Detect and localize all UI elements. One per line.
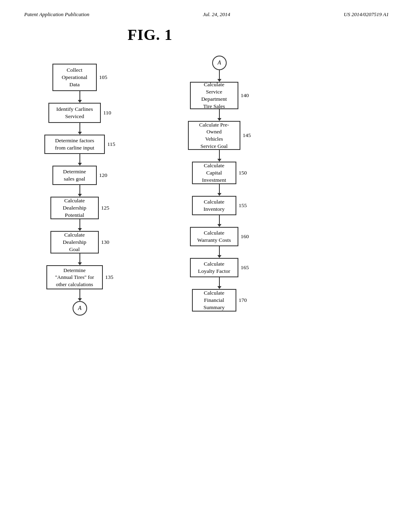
figure-title: FIG. 1: [0, 26, 413, 44]
step-110-row: Identify CarlinesServiced 110: [48, 103, 111, 123]
label-110: 110: [103, 110, 111, 116]
right-column: A CalculateServiceDepartmentTire Sales 1…: [188, 56, 251, 312]
step-150-row: CalculateCapitalInvestment 150: [192, 162, 247, 184]
box-determine-annual-tires: Determine"Annual Tires" forother calcula…: [46, 265, 103, 289]
page-header: Patent Application Publication Jul. 24, …: [0, 0, 413, 22]
step-130-row: CalculateDealershipGoal 130: [50, 231, 109, 254]
step-105-row: CollectOperationalData 105: [52, 64, 107, 91]
arrow-120-125: [78, 185, 82, 197]
step-135-row: Determine"Annual Tires" forother calcula…: [46, 265, 113, 289]
step-115-row: Determine factorsfrom carline input 115: [44, 135, 115, 154]
arrow-135-a: [78, 289, 82, 301]
box-determine-sales-goal: Determinesales goal: [52, 166, 97, 185]
arrow-125-130: [78, 219, 82, 231]
label-140: 140: [241, 92, 249, 99]
label-120: 120: [99, 172, 107, 179]
arrow-115-120: [78, 154, 82, 166]
header-right: US 2014/0207519 A1: [344, 11, 389, 18]
label-165: 165: [241, 264, 249, 271]
label-125: 125: [101, 205, 109, 211]
label-115: 115: [107, 141, 115, 148]
label-105: 105: [99, 74, 107, 81]
connector-a-top: A: [212, 56, 227, 70]
label-130: 130: [101, 239, 109, 245]
step-170-row: CalculateFinancialSummary 170: [192, 289, 247, 312]
arrow-110-115: [78, 123, 82, 135]
diagram-container: CollectOperationalData 105 Identify Carl…: [0, 48, 413, 332]
step-155-row: CalculateInventory 155: [192, 196, 247, 215]
arrow-105-110: [78, 91, 82, 103]
label-170: 170: [239, 297, 247, 303]
box-identify-carlines: Identify CarlinesServiced: [48, 103, 101, 123]
step-165-row: CalculateLoyalty Factor 165: [190, 258, 249, 277]
arrow-a-140: [217, 70, 221, 82]
box-calc-service-dept: CalculateServiceDepartmentTire Sales: [190, 82, 238, 109]
box-calc-dealership-goal: CalculateDealershipGoal: [50, 231, 99, 254]
box-calc-preowned-vehicles: Calculate Pre-OwnedVehiclesService Goal: [188, 121, 240, 150]
header-center: Jul. 24, 2014: [203, 11, 230, 18]
label-150: 150: [239, 170, 247, 176]
arrow-130-135: [78, 254, 82, 265]
box-calc-capital-investment: CalculateCapitalInvestment: [192, 162, 236, 184]
label-160: 160: [241, 233, 249, 240]
box-determine-factors: Determine factorsfrom carline input: [44, 135, 105, 154]
arrow-145-150: [217, 150, 221, 162]
arrow-140-145: [217, 109, 221, 121]
label-155: 155: [239, 202, 247, 209]
step-160-row: CalculateWarranty Costs 160: [190, 227, 249, 246]
step-120-row: Determinesales goal 120: [52, 166, 107, 185]
label-135: 135: [105, 274, 113, 281]
arrow-160-165: [217, 246, 221, 258]
step-140-row: CalculateServiceDepartmentTire Sales 140: [190, 82, 249, 109]
box-collect-operational: CollectOperationalData: [52, 64, 97, 91]
arrow-150-155: [217, 184, 221, 196]
box-calc-inventory: CalculateInventory: [192, 196, 236, 215]
label-145: 145: [243, 132, 251, 139]
connector-a-bottom: A: [73, 301, 87, 316]
box-calc-dealership-potential: CalculateDealershipPotential: [50, 197, 99, 219]
box-calc-financial-summary: CalculateFinancialSummary: [192, 289, 236, 312]
arrow-155-160: [217, 215, 221, 227]
arrow-165-170: [217, 277, 221, 289]
step-125-row: CalculateDealershipPotential 125: [50, 197, 109, 219]
box-calc-warranty-costs: CalculateWarranty Costs: [190, 227, 238, 246]
step-145-row: Calculate Pre-OwnedVehiclesService Goal …: [188, 121, 251, 150]
left-column: CollectOperationalData 105 Identify Carl…: [44, 64, 115, 316]
header-left: Patent Application Publication: [24, 11, 90, 18]
box-calc-loyalty-factor: CalculateLoyalty Factor: [190, 258, 238, 277]
